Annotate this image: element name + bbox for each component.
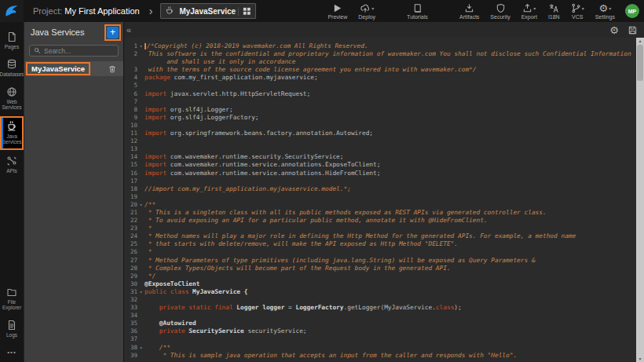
settings-button[interactable]: ⚙ ▾ Settings <box>590 3 620 20</box>
line-number: 14 <box>124 153 137 161</box>
i18n-button[interactable]: I18N <box>543 3 565 20</box>
sidebar-item-pages[interactable]: Pages <box>0 28 24 53</box>
chevron-down-icon: ▾ <box>609 5 611 11</box>
fold-spacer <box>137 272 145 280</box>
fold-spacer <box>137 304 145 312</box>
fold-arrow-icon[interactable]: ▾ <box>137 344 145 352</box>
delete-service-button[interactable] <box>108 64 117 74</box>
code-line: 35 @Autowired <box>124 320 635 327</box>
code-text: * Method Parameters of type primitives (… <box>145 257 536 265</box>
breadcrumb-chevron-icon[interactable]: › <box>149 5 153 17</box>
sidebar-item-web-services[interactable]: Web Services <box>0 83 24 114</box>
preview-button[interactable]: Preview <box>322 3 353 20</box>
code-line: 34 <box>124 312 635 320</box>
java-coffee-icon <box>6 121 17 132</box>
sidebar-item-java-services[interactable]: Java Services <box>0 116 24 150</box>
code-text: import com.wavemaker.runtime.service.ann… <box>145 170 380 177</box>
security-button[interactable]: Security <box>485 3 515 20</box>
line-number: 33 <box>124 304 137 312</box>
vcs-button[interactable]: ▾ VCS <box>565 3 590 20</box>
add-service-button[interactable]: + <box>107 27 119 38</box>
code-line: 13 <box>124 145 635 153</box>
code-text: import org.slf4j.Logger; <box>145 106 233 114</box>
sidebar-item-file-explorer[interactable]: File Explorer <box>0 283 24 314</box>
code-text: * Method names will play a major role in… <box>145 232 576 240</box>
tutorials-button[interactable]: Tutorials <box>401 3 434 20</box>
fold-spacer <box>137 225 145 232</box>
log-document-icon <box>6 320 17 331</box>
line-number: 38 <box>124 344 137 352</box>
code-area[interactable]: 1▾/*Copyright (c) 2018-2019 wavemaker.co… <box>124 38 644 362</box>
editor-toolbar: « ⚙ <box>124 22 644 38</box>
cloud-upload-icon <box>360 3 371 13</box>
collapse-panel-icon[interactable]: « <box>126 26 131 35</box>
fold-arrow-icon[interactable]: ▾ <box>137 288 145 296</box>
export-button[interactable]: ▾ Export <box>516 3 543 20</box>
search-input[interactable] <box>44 47 107 55</box>
line-number: 35 <box>124 320 137 327</box>
scrollbar-thumb[interactable] <box>637 45 643 81</box>
editor-settings-gear-icon[interactable]: ⚙ <box>609 25 619 35</box>
line-number: 25 <box>124 240 137 248</box>
artifacts-button[interactable]: Artifacts <box>454 3 485 20</box>
code-line: 28 * Complex Types/Objects will become p… <box>124 265 635 272</box>
globe-icon <box>6 86 17 97</box>
fold-spacer <box>137 296 145 304</box>
wavemaker-logo-icon[interactable] <box>0 0 24 22</box>
service-search[interactable] <box>29 45 119 57</box>
scroll-down-icon[interactable]: ▼ <box>639 356 642 362</box>
sidebar-spacer <box>0 180 24 283</box>
code-text: @Autowired <box>145 320 196 327</box>
code-text: public class MyJavaService { <box>145 288 247 296</box>
tab-grid-icon[interactable] <box>238 7 251 16</box>
code-text: * <box>145 248 152 256</box>
code-line: 26 * <box>124 248 635 256</box>
toolbar-right-actions: Artifacts Security ▾ Export I18N <box>454 3 644 20</box>
save-button[interactable] <box>628 25 638 35</box>
code-line: 16import com.wavemaker.runtime.service.a… <box>124 170 635 177</box>
line-number: 2 <box>124 50 137 58</box>
sidebar-item-logs[interactable]: Logs <box>0 316 24 342</box>
fold-arrow-icon[interactable]: ▾ <box>137 201 145 209</box>
line-number: 24 <box>124 232 137 240</box>
service-list-item[interactable]: MyJavaService <box>24 61 123 76</box>
code-line: and shall use it only in accordance <box>124 58 635 66</box>
scroll-up-icon[interactable]: ▲ <box>639 38 642 44</box>
fold-spacer <box>137 280 145 288</box>
project-breadcrumb[interactable]: Project: My First Application <box>33 6 140 16</box>
code-text: This software is the confidential and pr… <box>145 50 631 58</box>
line-number: 6 <box>124 90 137 98</box>
code-line: 25 * that starts with delete/remove, wil… <box>124 240 635 248</box>
fold-spacer <box>137 312 145 320</box>
code-text: * This is sample java operation that acc… <box>145 352 517 360</box>
code-text: /*Copyright (c) 2018-2019 wavemaker.com … <box>145 42 368 50</box>
line-number: 4 <box>124 74 137 82</box>
user-avatar[interactable]: MP <box>625 4 639 18</box>
line-number: 19 <box>124 193 137 201</box>
line-number: 18 <box>124 185 137 193</box>
tab-myjavaservice[interactable]: MyJavaService <box>160 3 256 19</box>
code-line: 12 <box>124 137 635 145</box>
sidebar-item-apis[interactable]: APIs <box>0 152 24 177</box>
code-text: import com.wavemaker.runtime.service.ann… <box>145 161 380 169</box>
code-line: 21 * This is a singleton class with all … <box>124 209 635 217</box>
wavemaker-app-window: Project: My First Application › MyJavaSe… <box>0 0 644 362</box>
chevron-down-icon: ▾ <box>582 5 584 11</box>
deploy-button[interactable]: ▾ Deploy <box>353 3 381 20</box>
code-text: * <box>145 225 152 232</box>
more-options-icon[interactable]: ••• <box>0 344 24 362</box>
fold-spacer <box>137 82 145 90</box>
code-line: 27 * Method Parameters of type primitive… <box>124 257 635 265</box>
sidebar-item-databases[interactable]: Databases <box>0 56 24 81</box>
editor-vertical-scrollbar[interactable]: ▲ ▼ <box>636 38 644 362</box>
line-number: 20 <box>124 201 137 209</box>
project-name: My First Application <box>64 6 139 16</box>
fold-spacer <box>137 130 145 137</box>
code-text: /** <box>145 201 156 209</box>
code-line: 33 private static final Logger logger = … <box>124 304 635 312</box>
fold-arrow-icon[interactable]: ▾ <box>137 42 145 50</box>
code-line: 36 private SecurityService securityServi… <box>124 327 635 335</box>
code-line: 39 * This is sample java operation that … <box>124 352 635 360</box>
java-services-panel: Java Services + MyJavaService <box>24 22 124 362</box>
play-icon <box>332 3 342 13</box>
